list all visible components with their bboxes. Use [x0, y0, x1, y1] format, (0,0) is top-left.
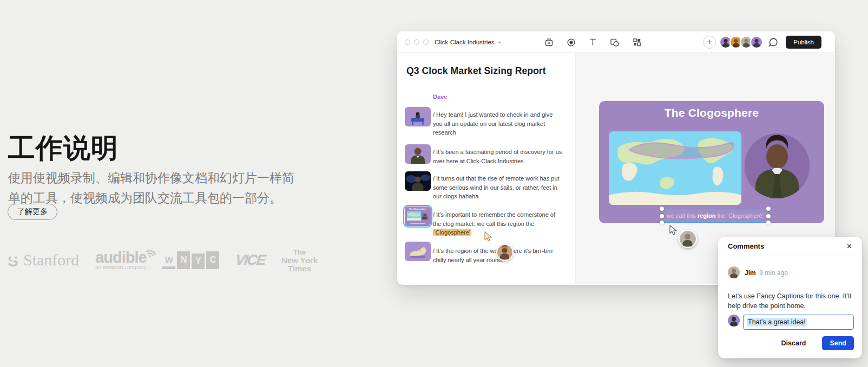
avatar[interactable]	[750, 36, 763, 49]
audible-wordmark: audible	[95, 250, 147, 264]
comments-toggle-button[interactable]	[768, 37, 778, 47]
comment-timestamp: 9 min ago	[759, 269, 788, 277]
transcript-paragraph[interactable]: / Hey team! I just wanted to check in an…	[433, 110, 563, 137]
stanford-wordmark: Stanford	[23, 251, 79, 269]
document-pane: Q3 Clock Market Sizing Report Dave / Hey…	[397, 53, 576, 284]
page-title: 工作说明	[8, 130, 119, 166]
commenter-name: Jim	[745, 269, 756, 277]
video-clip-tool-icon[interactable]	[544, 38, 554, 47]
nyt-logo: The New York Times	[281, 248, 318, 272]
comment-compose-row: That’s a great idea!	[728, 315, 854, 330]
vice-logo: VICE	[235, 252, 266, 269]
wnyc-letter: N	[177, 251, 190, 269]
highlighted-term[interactable]: ‘Clogosphere’	[433, 229, 471, 236]
comment-bubble-icon	[768, 37, 778, 47]
video-thumbnail-dave[interactable]	[405, 144, 431, 164]
record-tool-icon[interactable]	[567, 38, 576, 47]
selection-handle[interactable]	[766, 214, 771, 218]
send-button[interactable]: Send	[822, 336, 854, 350]
commenter-avatar	[728, 266, 740, 278]
app-toolbar: Click-Clack Industries	[397, 31, 835, 53]
transcript-paragraph[interactable]: / It turns out that the rise of remote w…	[433, 174, 563, 201]
layout-grid-tool-icon[interactable]	[633, 38, 641, 46]
wnyc-logo: W N Y C	[162, 251, 219, 269]
document-title[interactable]: Q3 Clock Market Sizing Report	[406, 65, 546, 77]
comment-input-value: That’s a great idea!	[747, 318, 807, 326]
selection-handle[interactable]	[660, 206, 664, 211]
wnyc-letter: W	[162, 251, 175, 269]
window-zoom-button[interactable]	[423, 39, 429, 45]
slide-title[interactable]: The Clogosphere	[599, 106, 824, 119]
window-controls[interactable]	[405, 39, 429, 45]
speaker-name: Dave	[433, 94, 447, 100]
editor-tools	[544, 31, 641, 53]
comment-input[interactable]: That’s a great idea!	[743, 315, 854, 330]
page: 工作说明 使用使视频录制、编辑和协作像文档和幻灯片一样简单的工具，使视频成为团队…	[0, 0, 868, 367]
audible-arcs-icon	[142, 244, 161, 258]
comment-meta: Jim 9 min ago	[728, 266, 788, 278]
transcript-paragraph[interactable]: / It’s important to remember the corners…	[433, 210, 563, 237]
audible-logo: audible an amazon company	[95, 250, 147, 270]
window-close-button[interactable]	[405, 39, 410, 45]
comments-title: Comments	[728, 242, 764, 250]
window-minimize-button[interactable]	[414, 39, 419, 45]
chevron-down-icon	[497, 40, 502, 44]
caption-textbox[interactable]: we call this region the ‘Clogosphere’	[662, 209, 768, 223]
comment-text: Let’s use Fancy Captions for this one. I…	[728, 291, 851, 311]
comment-actions: Discard Send	[778, 336, 854, 350]
wnyc-letter: C	[206, 251, 219, 269]
comments-panel: Comments ✕ Jim 9 min ago Let’s use Fancy…	[718, 237, 862, 358]
learn-more-button[interactable]: 了解更多	[8, 204, 57, 220]
video-thumbnail-clog[interactable]	[405, 242, 431, 261]
cursor-arrow-slide	[669, 225, 679, 236]
comments-header: Comments ✕	[718, 237, 862, 256]
stanford-tree-icon: S	[6, 251, 19, 269]
customer-logos: S Stanford audible an amazon company W N…	[6, 241, 318, 279]
world-map[interactable]	[609, 131, 741, 205]
collaborator-cursor-avatar	[496, 244, 514, 261]
text-tool-icon[interactable]	[589, 38, 597, 46]
stanford-logo: S Stanford	[6, 251, 79, 269]
selection-handle[interactable]	[766, 206, 771, 211]
plus-icon	[707, 39, 712, 45]
transcript-paragraph[interactable]: / It’s been a fascinating period of disc…	[433, 148, 563, 165]
hero-description: 使用使视频录制、编辑和协作像文档和幻灯片一样简单的工具，使视频成为团队交流工具包…	[8, 168, 305, 208]
wnyc-letter: Y	[192, 253, 205, 269]
slide-thumbnail-selected[interactable]: The Clogosphere	[403, 205, 432, 228]
selection-handle[interactable]	[660, 214, 664, 218]
video-thumbnail-desk[interactable]	[405, 107, 431, 126]
video-thumbnail-space[interactable]	[405, 171, 431, 191]
current-user-avatar	[728, 315, 740, 326]
mini-slide-caption	[410, 223, 425, 224]
selection-handle[interactable]	[660, 221, 664, 225]
project-title-menu[interactable]: Click-Clack Industries	[435, 39, 502, 45]
slide[interactable]: The Clogosphere	[599, 101, 824, 223]
discard-button[interactable]: Discard	[778, 339, 810, 348]
presenter-photo[interactable]	[745, 134, 810, 198]
shapes-tool-icon[interactable]	[610, 38, 620, 47]
selection-handle[interactable]	[766, 221, 771, 225]
audible-subtext: an amazon company	[95, 264, 147, 270]
collaborator-avatars	[719, 36, 763, 49]
publish-button[interactable]: Publish	[786, 36, 821, 49]
caption-bold-word: region	[696, 212, 718, 219]
close-icon[interactable]: ✕	[846, 242, 852, 250]
collaboration-cluster: Publish	[703, 36, 821, 49]
add-collaborator-button[interactable]	[703, 36, 716, 49]
collaborator-cursor-avatar	[679, 230, 697, 248]
